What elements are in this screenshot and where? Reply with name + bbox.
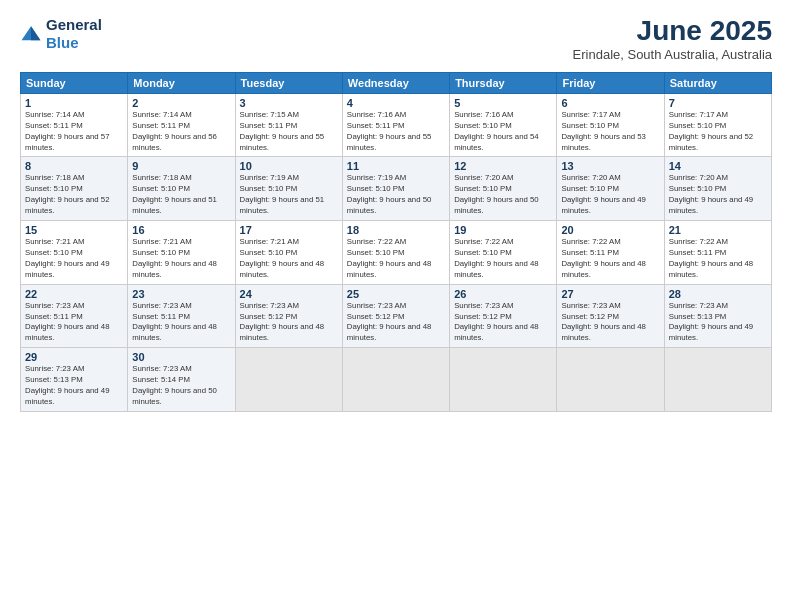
page: General Blue June 2025 Erindale, South A… — [0, 0, 792, 612]
day-number: 30 — [132, 351, 230, 363]
day-number: 23 — [132, 288, 230, 300]
table-row: 20Sunrise: 7:22 AMSunset: 5:11 PMDayligh… — [557, 221, 664, 285]
table-row: 16Sunrise: 7:21 AMSunset: 5:10 PMDayligh… — [128, 221, 235, 285]
day-info: Sunrise: 7:21 AMSunset: 5:10 PMDaylight:… — [25, 237, 123, 281]
day-number: 19 — [454, 224, 552, 236]
col-friday: Friday — [557, 72, 664, 93]
day-info: Sunrise: 7:22 AMSunset: 5:11 PMDaylight:… — [561, 237, 659, 281]
day-info: Sunrise: 7:19 AMSunset: 5:10 PMDaylight:… — [240, 173, 338, 217]
day-info: Sunrise: 7:23 AMSunset: 5:11 PMDaylight:… — [132, 301, 230, 345]
day-info: Sunrise: 7:20 AMSunset: 5:10 PMDaylight:… — [561, 173, 659, 217]
table-row: 17Sunrise: 7:21 AMSunset: 5:10 PMDayligh… — [235, 221, 342, 285]
table-row — [557, 348, 664, 412]
table-row: 22Sunrise: 7:23 AMSunset: 5:11 PMDayligh… — [21, 284, 128, 348]
table-row: 13Sunrise: 7:20 AMSunset: 5:10 PMDayligh… — [557, 157, 664, 221]
day-number: 14 — [669, 160, 767, 172]
day-number: 9 — [132, 160, 230, 172]
day-number: 29 — [25, 351, 123, 363]
day-number: 22 — [25, 288, 123, 300]
logo-icon — [20, 23, 42, 45]
table-row: 29Sunrise: 7:23 AMSunset: 5:13 PMDayligh… — [21, 348, 128, 412]
day-info: Sunrise: 7:22 AMSunset: 5:11 PMDaylight:… — [669, 237, 767, 281]
day-number: 3 — [240, 97, 338, 109]
day-info: Sunrise: 7:15 AMSunset: 5:11 PMDaylight:… — [240, 110, 338, 154]
day-number: 15 — [25, 224, 123, 236]
day-number: 6 — [561, 97, 659, 109]
day-info: Sunrise: 7:20 AMSunset: 5:10 PMDaylight:… — [454, 173, 552, 217]
day-info: Sunrise: 7:23 AMSunset: 5:14 PMDaylight:… — [132, 364, 230, 408]
calendar-week-row: 15Sunrise: 7:21 AMSunset: 5:10 PMDayligh… — [21, 221, 772, 285]
table-row: 11Sunrise: 7:19 AMSunset: 5:10 PMDayligh… — [342, 157, 449, 221]
table-row: 3Sunrise: 7:15 AMSunset: 5:11 PMDaylight… — [235, 93, 342, 157]
col-sunday: Sunday — [21, 72, 128, 93]
table-row — [235, 348, 342, 412]
table-row: 27Sunrise: 7:23 AMSunset: 5:12 PMDayligh… — [557, 284, 664, 348]
day-info: Sunrise: 7:23 AMSunset: 5:13 PMDaylight:… — [25, 364, 123, 408]
day-info: Sunrise: 7:23 AMSunset: 5:13 PMDaylight:… — [669, 301, 767, 345]
svg-marker-1 — [31, 26, 40, 40]
day-number: 7 — [669, 97, 767, 109]
day-number: 27 — [561, 288, 659, 300]
calendar-week-row: 22Sunrise: 7:23 AMSunset: 5:11 PMDayligh… — [21, 284, 772, 348]
calendar-week-row: 1Sunrise: 7:14 AMSunset: 5:11 PMDaylight… — [21, 93, 772, 157]
table-row: 7Sunrise: 7:17 AMSunset: 5:10 PMDaylight… — [664, 93, 771, 157]
table-row: 10Sunrise: 7:19 AMSunset: 5:10 PMDayligh… — [235, 157, 342, 221]
day-number: 26 — [454, 288, 552, 300]
calendar-week-row: 29Sunrise: 7:23 AMSunset: 5:13 PMDayligh… — [21, 348, 772, 412]
day-info: Sunrise: 7:18 AMSunset: 5:10 PMDaylight:… — [132, 173, 230, 217]
day-number: 12 — [454, 160, 552, 172]
table-row: 8Sunrise: 7:18 AMSunset: 5:10 PMDaylight… — [21, 157, 128, 221]
col-monday: Monday — [128, 72, 235, 93]
day-number: 24 — [240, 288, 338, 300]
day-number: 5 — [454, 97, 552, 109]
day-info: Sunrise: 7:16 AMSunset: 5:10 PMDaylight:… — [454, 110, 552, 154]
day-number: 1 — [25, 97, 123, 109]
day-number: 17 — [240, 224, 338, 236]
day-info: Sunrise: 7:22 AMSunset: 5:10 PMDaylight:… — [347, 237, 445, 281]
table-row: 28Sunrise: 7:23 AMSunset: 5:13 PMDayligh… — [664, 284, 771, 348]
table-row: 5Sunrise: 7:16 AMSunset: 5:10 PMDaylight… — [450, 93, 557, 157]
day-info: Sunrise: 7:20 AMSunset: 5:10 PMDaylight:… — [669, 173, 767, 217]
day-info: Sunrise: 7:22 AMSunset: 5:10 PMDaylight:… — [454, 237, 552, 281]
table-row: 9Sunrise: 7:18 AMSunset: 5:10 PMDaylight… — [128, 157, 235, 221]
day-number: 8 — [25, 160, 123, 172]
day-info: Sunrise: 7:14 AMSunset: 5:11 PMDaylight:… — [132, 110, 230, 154]
table-row: 12Sunrise: 7:20 AMSunset: 5:10 PMDayligh… — [450, 157, 557, 221]
day-info: Sunrise: 7:17 AMSunset: 5:10 PMDaylight:… — [669, 110, 767, 154]
table-row: 23Sunrise: 7:23 AMSunset: 5:11 PMDayligh… — [128, 284, 235, 348]
col-thursday: Thursday — [450, 72, 557, 93]
table-row — [450, 348, 557, 412]
table-row — [342, 348, 449, 412]
calendar: Sunday Monday Tuesday Wednesday Thursday… — [20, 72, 772, 412]
table-row: 4Sunrise: 7:16 AMSunset: 5:11 PMDaylight… — [342, 93, 449, 157]
day-number: 2 — [132, 97, 230, 109]
col-saturday: Saturday — [664, 72, 771, 93]
day-info: Sunrise: 7:23 AMSunset: 5:12 PMDaylight:… — [561, 301, 659, 345]
table-row: 14Sunrise: 7:20 AMSunset: 5:10 PMDayligh… — [664, 157, 771, 221]
day-number: 20 — [561, 224, 659, 236]
day-number: 11 — [347, 160, 445, 172]
day-info: Sunrise: 7:23 AMSunset: 5:12 PMDaylight:… — [454, 301, 552, 345]
table-row: 30Sunrise: 7:23 AMSunset: 5:14 PMDayligh… — [128, 348, 235, 412]
table-row: 25Sunrise: 7:23 AMSunset: 5:12 PMDayligh… — [342, 284, 449, 348]
day-info: Sunrise: 7:23 AMSunset: 5:12 PMDaylight:… — [240, 301, 338, 345]
day-info: Sunrise: 7:16 AMSunset: 5:11 PMDaylight:… — [347, 110, 445, 154]
calendar-header-row: Sunday Monday Tuesday Wednesday Thursday… — [21, 72, 772, 93]
day-number: 16 — [132, 224, 230, 236]
table-row — [664, 348, 771, 412]
calendar-body: 1Sunrise: 7:14 AMSunset: 5:11 PMDaylight… — [21, 93, 772, 411]
title-block: June 2025 Erindale, South Australia, Aus… — [573, 16, 772, 62]
day-number: 13 — [561, 160, 659, 172]
day-number: 4 — [347, 97, 445, 109]
logo-general: General — [46, 16, 102, 33]
month-title: June 2025 — [573, 16, 772, 47]
day-info: Sunrise: 7:23 AMSunset: 5:11 PMDaylight:… — [25, 301, 123, 345]
day-number: 28 — [669, 288, 767, 300]
col-wednesday: Wednesday — [342, 72, 449, 93]
table-row: 26Sunrise: 7:23 AMSunset: 5:12 PMDayligh… — [450, 284, 557, 348]
table-row: 24Sunrise: 7:23 AMSunset: 5:12 PMDayligh… — [235, 284, 342, 348]
table-row: 1Sunrise: 7:14 AMSunset: 5:11 PMDaylight… — [21, 93, 128, 157]
day-number: 10 — [240, 160, 338, 172]
day-number: 25 — [347, 288, 445, 300]
header: General Blue June 2025 Erindale, South A… — [20, 16, 772, 62]
